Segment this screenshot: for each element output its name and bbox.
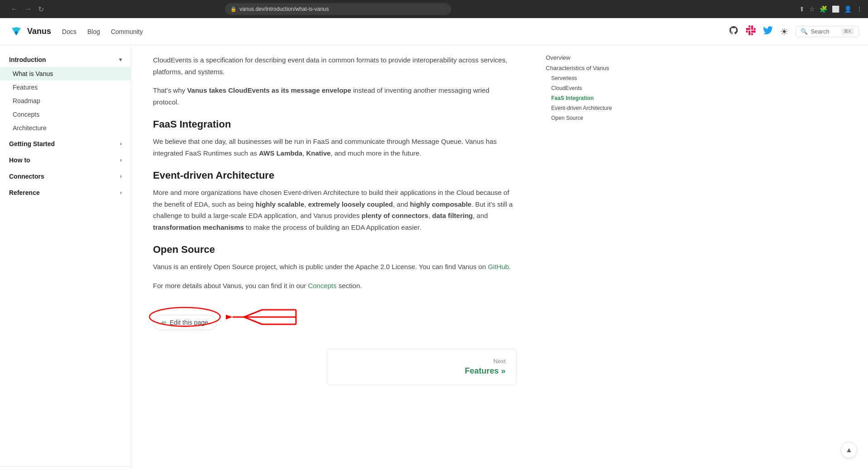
sidebar-section-reference: Reference › (0, 185, 131, 200)
browser-nav: ← → ↻ (9, 4, 46, 14)
red-arrow-annotation (226, 306, 298, 328)
twitter-icon[interactable] (763, 25, 773, 38)
sidebar-section-label-connectors: Connectors (9, 173, 44, 180)
share-icon[interactable]: ⬆ (799, 5, 805, 13)
lock-icon: 🔒 (230, 6, 237, 12)
loosely-coupled-text: extremely loosely coupled (308, 200, 393, 208)
chevron-right-icon-reference: › (120, 189, 122, 196)
profile-icon[interactable]: 👤 (844, 5, 852, 13)
search-box[interactable]: 🔍 Search ⌘K (796, 26, 859, 37)
sidebar-item-architecture[interactable]: Architecture (0, 121, 131, 135)
window-icon[interactable]: ⬜ (832, 5, 839, 13)
sidebar-item-features[interactable]: Features (0, 81, 131, 94)
edit-annotation-area: ✏ Edit this page (153, 304, 517, 330)
extensions-icon[interactable]: 🧩 (820, 5, 827, 13)
bookmark-icon[interactable]: ☆ (809, 5, 815, 13)
transformation-mechanisms-text: transformation mechanisms (153, 223, 244, 231)
sidebar-section-header-introduction[interactable]: Introduction ▾ (0, 52, 131, 67)
topnav-right: ☀ 🔍 Search ⌘K (729, 25, 859, 38)
search-label: Search (811, 28, 829, 35)
sidebar-section-label-how-to: How to (9, 156, 30, 164)
highly-scalable-text: highly scalable (256, 200, 305, 208)
community-link[interactable]: Community (111, 28, 143, 35)
open-source-para1: Vanus is an entirely Open Source project… (153, 261, 517, 273)
aws-lambda-text: AWS Lambda (259, 149, 302, 157)
topnav: Vanus Docs Blog Community ☀ 🔍 Search ⌘K (0, 18, 868, 45)
toc-item-serverless[interactable]: Serverless (546, 73, 631, 83)
cloudevents-intro-para: CloudEvents is a specification for descr… (153, 54, 517, 77)
sidebar-section-label-introduction: Introduction (9, 56, 46, 63)
open-source-heading: Open Source (153, 244, 517, 256)
sidebar-item-roadmap[interactable]: Roadmap (0, 94, 131, 108)
eda-para: More and more organizations have chosen … (153, 187, 517, 233)
search-shortcut: ⌘K (841, 28, 854, 35)
chevron-right-icon-getting-started: › (120, 141, 122, 147)
cloudevents-bold: Vanus takes CloudEvents as its message e… (187, 86, 351, 94)
sidebar-item-what-is-vanus[interactable]: What is Vanus (0, 67, 131, 81)
logo-area[interactable]: Vanus (9, 24, 51, 39)
sidebar-section-header-getting-started[interactable]: Getting Started › (0, 137, 131, 151)
menu-icon[interactable]: ⋮ (856, 5, 863, 13)
address-bar[interactable]: 🔒 vanus.dev/introduction/what-is-vanus (225, 3, 451, 15)
toc-item-cloudevents[interactable]: CloudEvents (546, 83, 631, 93)
toc-item-overview[interactable]: Overview (546, 52, 631, 63)
faas-para: We believe that one day, all businesses … (153, 136, 517, 159)
chevron-right-icon-connectors: › (120, 173, 122, 180)
browser-right-icons: ⬆ ☆ 🧩 ⬜ 👤 ⋮ (799, 5, 863, 13)
page-layout: Introduction ▾ What is Vanus Features Ro… (0, 45, 868, 469)
next-card: Next Features » (327, 348, 517, 385)
sidebar-section-header-reference[interactable]: Reference › (0, 185, 131, 200)
next-features-link[interactable]: Features » (465, 366, 506, 375)
sidebar-section-how-to: How to › (0, 153, 131, 167)
sidebar-section-header-how-to[interactable]: How to › (0, 153, 131, 167)
chevron-right-icon-how-to: › (120, 157, 122, 163)
blog-link[interactable]: Blog (87, 28, 100, 35)
toc-item-eda[interactable]: Event-driven Architecture (546, 103, 631, 113)
cloudevents-intro-text: CloudEvents is a specification for descr… (153, 56, 507, 76)
next-label: Next (338, 358, 506, 365)
red-arrow-svg (226, 306, 298, 328)
logo-name: Vanus (27, 27, 51, 36)
sidebar-section-connectors: Connectors › (0, 169, 131, 184)
sidebar-section-header-connectors[interactable]: Connectors › (0, 169, 131, 184)
vanus-logo-icon (9, 24, 24, 39)
edit-page-button[interactable]: ✏ Edit this page (153, 315, 217, 330)
theme-toggle-icon[interactable]: ☀ (780, 26, 788, 37)
back-button[interactable]: ← (9, 4, 20, 14)
right-toc: Overview Characteristics of Vanus Server… (539, 45, 638, 469)
data-filtering-text: data filtering (432, 212, 473, 219)
sidebar-section-getting-started: Getting Started › (0, 137, 131, 151)
knative-text: Knative (306, 149, 331, 157)
refresh-button[interactable]: ↻ (36, 4, 46, 14)
edit-pencil-icon: ✏ (162, 319, 167, 326)
open-source-para2: For more details about Vanus, you can fi… (153, 280, 517, 292)
url-text: vanus.dev/introduction/what-is-vanus (239, 6, 329, 12)
forward-button[interactable]: → (23, 4, 33, 14)
edit-page-label: Edit this page (170, 319, 208, 326)
sidebar: Introduction ▾ What is Vanus Features Ro… (0, 45, 131, 469)
sidebar-section-label-getting-started: Getting Started (9, 140, 55, 147)
toc-item-opensource[interactable]: Open Source (546, 113, 631, 123)
scroll-up-icon: ▲ (845, 446, 853, 454)
toc-item-characteristics[interactable]: Characteristics of Vanus (546, 63, 631, 73)
github-icon[interactable] (729, 25, 739, 38)
topnav-links: Docs Blog Community (62, 28, 143, 35)
search-icon: 🔍 (801, 28, 808, 35)
github-link[interactable]: GitHub (488, 263, 509, 270)
slack-icon[interactable] (746, 25, 756, 38)
concepts-link[interactable]: Concepts (308, 282, 336, 289)
faas-integration-heading: FaaS Integration (153, 118, 517, 130)
cloudevents-envelope-para: That's why Vanus takes CloudEvents as it… (153, 85, 517, 108)
main-content: CloudEvents is a specification for descr… (131, 45, 539, 469)
sidebar-section-introduction: Introduction ▾ What is Vanus Features Ro… (0, 52, 131, 135)
edit-btn-circled: ✏ Edit this page (153, 304, 217, 330)
browser-chrome: ← → ↻ 🔒 vanus.dev/introduction/what-is-v… (0, 0, 868, 18)
scroll-to-top-button[interactable]: ▲ (841, 442, 857, 458)
sidebar-collapse-button[interactable]: « (0, 466, 131, 469)
toc-item-faas[interactable]: FaaS Integration (546, 93, 631, 103)
sidebar-item-concepts[interactable]: Concepts (0, 108, 131, 121)
plenty-connectors-text: plenty of connectors (362, 212, 429, 219)
eda-heading: Event-driven Architecture (153, 170, 517, 181)
sidebar-section-label-reference: Reference (9, 189, 40, 196)
docs-link[interactable]: Docs (62, 28, 76, 35)
